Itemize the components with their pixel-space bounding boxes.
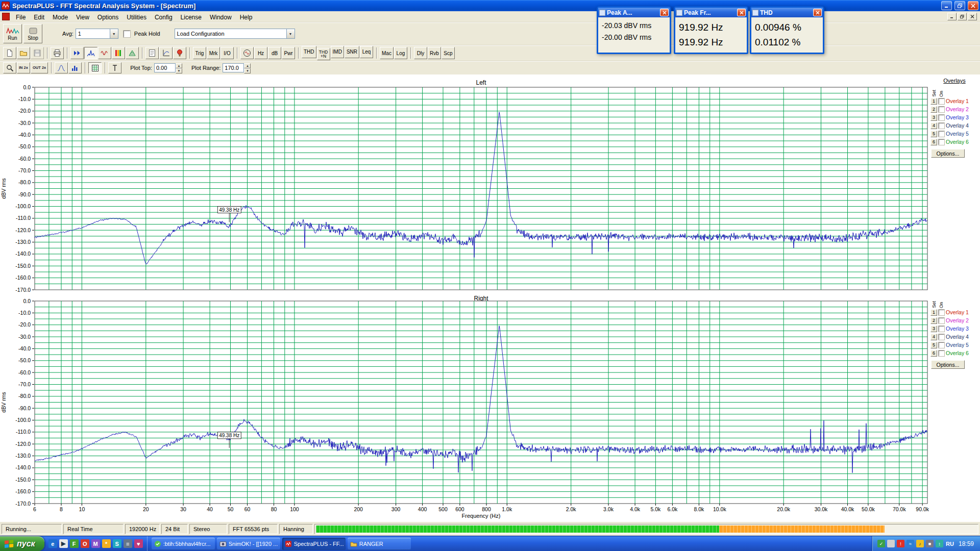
quick-launch-icon-4[interactable]: O (81, 539, 89, 548)
dropdown-arrow-icon[interactable]: ▼ (110, 29, 118, 38)
plot-top-input[interactable] (154, 63, 176, 72)
menu-file[interactable]: File (12, 12, 30, 22)
overlay-on-checkbox-4[interactable] (939, 123, 944, 129)
overlay-on-checkbox-1[interactable] (939, 310, 944, 315)
menu-help[interactable]: Help (236, 12, 257, 22)
toolbar-button-hz[interactable]: Hz (254, 47, 267, 59)
tray-icon-2[interactable] (887, 540, 895, 547)
plot-top-down-button[interactable]: ▼ (176, 68, 182, 73)
toolbar-button-pwr[interactable]: Pwr (282, 47, 295, 59)
language-indicator[interactable]: RU (946, 541, 954, 547)
taskbar-button-spectraplus-ff[interactable]: SpectraPLUS - FF... (282, 538, 346, 550)
overlay-set-button-2[interactable]: 2 (930, 317, 937, 324)
restore-button[interactable] (954, 1, 965, 10)
spectrogram-view-button[interactable] (112, 47, 125, 59)
run-button[interactable]: Run (3, 24, 22, 43)
toolbar-button-i-o[interactable]: I/O (220, 47, 234, 59)
overlay-set-button-4[interactable]: 4 (930, 122, 937, 129)
toolbar-button-mac[interactable]: Mac (380, 47, 394, 59)
peak-amplitude-titlebar[interactable]: Peak A... (598, 8, 670, 17)
overlay-set-button-5[interactable]: 5 (930, 342, 937, 348)
configuration-dropdown[interactable]: Load Configuration ▼ (175, 29, 295, 39)
taskbar-button-btih-5bhhavl4frcr[interactable]: :btih:5bhhavl4frcr... (152, 538, 215, 550)
overlay-on-checkbox-5[interactable] (939, 131, 944, 137)
tray-icon-3[interactable]: ! (897, 540, 904, 547)
close-button[interactable] (968, 1, 978, 10)
overlay-set-button-6[interactable]: 6 (930, 350, 937, 357)
toolbar-button-thd[interactable]: THD (302, 46, 316, 58)
spectrum-plot-right[interactable]: Right0.0-10.0-20.0-30.0-40.0-50.0-60.0-7… (0, 294, 929, 521)
start-button[interactable]: пуск (0, 536, 44, 551)
zoom-in-2x-button[interactable]: IN 2x (17, 62, 30, 73)
taskbar-button-snimok-1920[interactable]: SnimOK! - [[1920 ... (217, 538, 280, 550)
overlay-set-button-3[interactable]: 3 (930, 114, 937, 121)
pan-view-button[interactable] (173, 47, 186, 59)
playback-button[interactable] (70, 47, 84, 59)
toolbar-button-imd[interactable]: IMD (331, 46, 344, 58)
mdi-minimize-button[interactable] (947, 13, 957, 20)
quick-launch-icon-2[interactable]: ▶ (59, 539, 68, 548)
peak-frequency-window[interactable]: Peak Fr... 919.92 Hz 919.92 Hz (674, 6, 748, 54)
overlay-set-button-6[interactable]: 6 (930, 139, 937, 145)
spectrum-plot-left[interactable]: Left0.0-10.0-20.0-30.0-40.0-50.0-60.0-70… (0, 77, 929, 293)
signal-generator-button[interactable] (240, 47, 254, 59)
menu-view[interactable]: View (72, 12, 93, 22)
thd-titlebar[interactable]: THD (751, 8, 823, 17)
quick-launch-icon-8[interactable]: ≡ (124, 539, 132, 548)
overlay-on-checkbox-1[interactable] (939, 98, 944, 104)
toolbar-button-trig[interactable]: Trig (193, 47, 206, 59)
spectrum-view-button[interactable] (84, 47, 97, 59)
quick-launch-icon-1[interactable]: e (48, 539, 57, 548)
menu-mode[interactable]: Mode (48, 12, 72, 22)
zoom-out-2x-button[interactable]: OUT 2x (31, 62, 48, 73)
toolbar-button-log[interactable]: Log (394, 47, 407, 59)
menu-utilities[interactable]: Utilities (122, 12, 151, 22)
overlay-on-checkbox-6[interactable] (939, 350, 944, 356)
toolbar-button-mrk[interactable]: Mrk (207, 47, 220, 59)
toolbar-button-leq[interactable]: Leq (360, 46, 373, 58)
close-icon[interactable] (737, 9, 746, 16)
overlay-on-checkbox-2[interactable] (939, 107, 944, 112)
quick-launch-icon-6[interactable]: * (102, 539, 111, 548)
toolbar-button-thd-n[interactable]: THD +N (317, 48, 330, 60)
toolbar-button-dly[interactable]: Dly (414, 47, 427, 59)
overlay-set-button-5[interactable]: 5 (930, 131, 937, 137)
notes-view-button[interactable] (145, 47, 159, 59)
quick-launch-icon-9[interactable]: ♥ (134, 539, 143, 548)
overlay-set-button-3[interactable]: 3 (930, 325, 937, 332)
plot-top-up-button[interactable]: ▲ (176, 63, 182, 68)
open-file-button[interactable] (17, 47, 30, 59)
overlay-on-checkbox-3[interactable] (939, 326, 944, 332)
toolbar-button-snr[interactable]: SNR (345, 46, 359, 58)
tray-icon-1[interactable]: ✓ (877, 540, 885, 547)
marker-tool-button[interactable] (108, 62, 121, 73)
plot-range-input[interactable] (223, 63, 244, 72)
toolbar-button-scp[interactable]: Scp (442, 47, 455, 59)
overlay-options-button[interactable]: Options... (931, 360, 965, 369)
minimize-button[interactable] (941, 1, 952, 10)
tray-icon-6[interactable]: ■ (926, 540, 934, 547)
overlay-options-button[interactable]: Options... (931, 149, 965, 158)
surface-view-button[interactable] (126, 47, 139, 59)
overlay-on-checkbox-3[interactable] (939, 115, 944, 120)
quick-launch-icon-7[interactable]: S (113, 539, 121, 548)
time-series-view-button[interactable] (98, 47, 111, 59)
peak-frequency-titlebar[interactable]: Peak Fr... (675, 8, 747, 17)
overlay-set-button-1[interactable]: 1 (930, 98, 937, 105)
peak-amplitude-window[interactable]: Peak A... -20.03 dBV rms -20.00 dBV rms (597, 6, 671, 54)
mdi-restore-button[interactable] (958, 13, 967, 20)
close-icon[interactable] (813, 9, 822, 16)
taskbar-button-ranger[interactable]: RANGER (348, 538, 411, 550)
thd-window[interactable]: THD 0.00946 % 0.01102 % (750, 6, 824, 54)
overlay-set-button-4[interactable]: 4 (930, 334, 937, 340)
print-button[interactable] (51, 47, 64, 59)
menu-window[interactable]: Window (206, 12, 236, 22)
phase-view-button[interactable] (159, 47, 173, 59)
distribution-button[interactable] (55, 62, 68, 73)
new-file-button[interactable] (3, 47, 16, 59)
overlay-on-checkbox-5[interactable] (939, 342, 944, 348)
toolbar-button-rvb[interactable]: Rvb (428, 47, 441, 59)
overlay-on-checkbox-6[interactable] (939, 139, 944, 145)
menu-license[interactable]: License (177, 12, 206, 22)
tray-icon-4[interactable]: ≈ (906, 540, 914, 547)
